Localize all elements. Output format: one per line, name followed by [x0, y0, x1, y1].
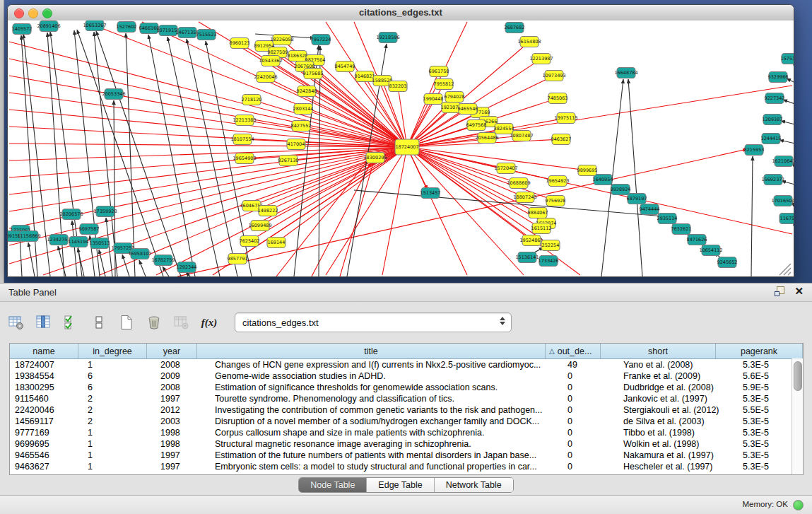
table-row[interactable]: 1830029562008Estimation of significance … [10, 382, 803, 393]
network-canvas[interactable]: 1405572208914061065326715276026466160107… [8, 21, 794, 276]
table-scrollbar[interactable] [792, 358, 803, 474]
graph-node[interactable]: 16099489 [248, 221, 271, 231]
table-row[interactable]: 946554611997Estimation of the future num… [10, 450, 803, 461]
graph-node[interactable]: 7955812 [434, 79, 454, 90]
column-header-in-degree[interactable]: in_degree [78, 344, 147, 358]
table-row[interactable]: 2242004622012Investigating the contribut… [10, 404, 803, 416]
table-row[interactable]: 969969511998Structural magnetic resonanc… [10, 438, 803, 450]
tab-network-table[interactable]: Network Table [435, 478, 513, 492]
graph-node[interactable]: 832203 [389, 81, 407, 92]
table-row[interactable]: 1938455462009Genome-wide association stu… [10, 370, 803, 382]
graph-node[interactable]: 1615112 [531, 223, 552, 234]
column-header-year[interactable]: year [147, 344, 197, 358]
float-panel-icon[interactable] [775, 286, 784, 296]
graph-node[interactable]: 16154808 [517, 37, 541, 47]
graph-node[interactable]: 9756928 [546, 196, 566, 206]
table-scrollbar-thumb[interactable] [794, 361, 802, 391]
graph-node[interactable]: 16958107 [128, 249, 151, 259]
graph-node[interactable]: 20891406 [37, 21, 60, 32]
graph-node[interactable]: 18300295 [363, 153, 387, 163]
graph-node[interactable]: 12213987 [529, 54, 553, 64]
graph-node[interactable]: 20564486 [475, 133, 498, 144]
graph-node[interactable]: 19524861 [519, 235, 543, 246]
graph-node[interactable]: 7957224 [311, 35, 331, 45]
graph-node[interactable]: 9245652 [717, 257, 738, 268]
graph-node[interactable]: 7485063 [548, 93, 568, 104]
resize-grip-icon[interactable] [779, 264, 791, 275]
graph-node[interactable]: 1733426 [539, 256, 559, 267]
graph-node[interactable]: 18226058 [270, 35, 293, 45]
graph-node[interactable]: 9899695 [577, 165, 598, 176]
graph-node[interactable]: 252254 [541, 240, 560, 251]
graph-node[interactable]: 9857791 [228, 254, 248, 264]
graph-node[interactable]: 10973493 [542, 71, 565, 81]
graph-node[interactable]: 1405572 [12, 24, 33, 35]
column-header-out-degree[interactable]: △ out_de... [546, 344, 601, 358]
graph-node[interactable]: 1498222 [258, 206, 278, 216]
table-row[interactable]: 1872400712008Changes of HCN gene express… [10, 359, 803, 370]
graph-node[interactable]: 8960123 [230, 38, 250, 49]
graph-node[interactable]: 15720407 [494, 163, 517, 174]
graph-node[interactable]: 9465546 [458, 104, 478, 115]
graph-node[interactable]: 7625402 [240, 236, 260, 247]
graph-node[interactable]: 9463627 [551, 134, 572, 145]
graph-node[interactable]: 116753 [779, 214, 794, 224]
table-mode-icon[interactable] [7, 313, 25, 332]
graph-node[interactable]: 16648784 [614, 68, 637, 78]
table-selector-dropdown[interactable]: citations_edges.txt [235, 313, 512, 332]
graph-node[interactable]: 20206576 [59, 209, 83, 220]
graph-node[interactable]: 6879197 [627, 194, 647, 204]
graph-node[interactable]: 22420046 [254, 72, 277, 83]
close-panel-icon[interactable]: ✕ [794, 286, 804, 296]
graph-node[interactable]: 10543362 [259, 56, 282, 66]
graph-node[interactable]: 9242848 [297, 86, 317, 97]
graph-node[interactable]: 2718120 [242, 95, 262, 105]
column-header-short[interactable]: short [601, 344, 716, 358]
graph-node[interactable]: 13975115 [554, 113, 577, 124]
network-window-titlebar[interactable]: citations_edges.txt [8, 5, 794, 21]
graph-node[interactable]: 8267130 [278, 156, 299, 166]
graph-node[interactable]: 1513457 [420, 188, 441, 199]
graph-node[interactable]: 9884067 [528, 208, 548, 218]
graph-node[interactable]: 12213383 [233, 115, 256, 126]
graph-node[interactable]: 9097587 [79, 224, 100, 235]
graph-node[interactable]: 18807243 [513, 192, 536, 203]
tab-edge-table[interactable]: Edge Table [367, 478, 434, 492]
graph-node[interactable]: 1145194 [69, 237, 89, 247]
column-header-name[interactable]: name [10, 344, 78, 358]
graph-node[interactable]: 8427552 [291, 121, 312, 132]
graph-node[interactable]: 169144 [267, 238, 286, 248]
graph-node[interactable]: 10653267 [83, 21, 106, 31]
collapsed-panel-strip[interactable] [0, 0, 4, 283]
new-column-icon[interactable] [117, 313, 136, 332]
graph-node[interactable]: 11156869 [17, 231, 40, 242]
graph-node[interactable]: 1209387 [763, 115, 783, 125]
graph-node[interactable]: 17359928 [93, 206, 117, 217]
graph-node[interactable]: 6497568 [466, 120, 487, 131]
table-row[interactable]: 946362711997Embryonic stem cells: a mode… [10, 461, 803, 472]
graph-node[interactable]: 16210643 [772, 156, 794, 167]
graph-node[interactable]: 2935114 [657, 214, 678, 224]
show-columns-icon[interactable] [35, 313, 53, 332]
graph-node[interactable]: 20053346 [102, 89, 125, 100]
graph-node[interactable]: 9175685 [303, 69, 324, 79]
graph-node[interactable]: 10688609 [507, 178, 530, 189]
graph-node[interactable]: 19654903 [233, 153, 256, 164]
graph-node[interactable]: 15692371 [761, 175, 784, 185]
graph-node[interactable]: 1990448 [423, 94, 444, 105]
graph-node[interactable]: 9474444 [640, 204, 660, 215]
graph-node[interactable]: 1527602 [117, 22, 137, 33]
graph-node[interactable]: 6794028 [445, 92, 465, 103]
citation-graph[interactable]: 1405572208914061065326715276026466160107… [8, 21, 794, 276]
column-header-pagerank[interactable]: pagerank [716, 344, 803, 358]
row-height-icon[interactable] [90, 313, 108, 332]
graph-node[interactable]: 8215953 [744, 145, 765, 156]
graph-node[interactable]: 9329966 [768, 72, 789, 83]
graph-node[interactable]: 6961758 [429, 66, 449, 77]
graph-node[interactable]: 1244415 [761, 134, 782, 144]
graph-node[interactable]: 1575107 [781, 54, 794, 64]
graph-node[interactable]: 19218596 [376, 33, 399, 43]
graph-node[interactable]: 2687682 [505, 23, 525, 33]
tab-node-table[interactable]: Node Table [299, 478, 367, 492]
graph-node[interactable]: 2803144 [293, 104, 314, 115]
